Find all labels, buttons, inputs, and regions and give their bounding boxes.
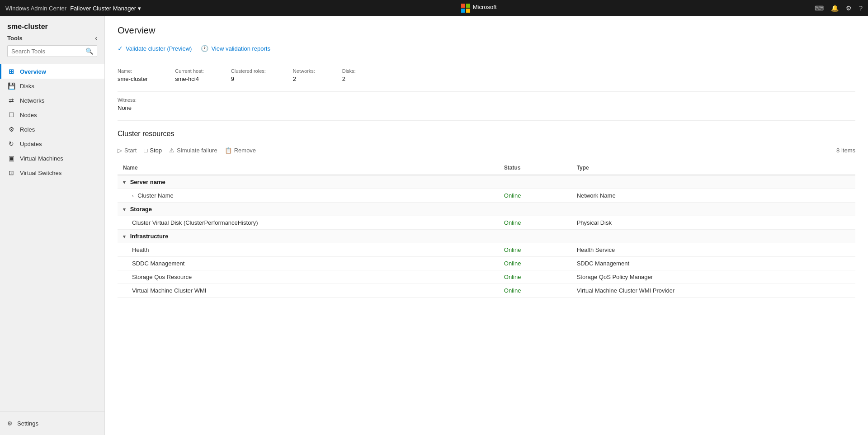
play-icon: ▷ xyxy=(118,147,122,154)
nav-items: ⊞ Overview 💾 Disks ⇄ Networks ☐ Nodes ⚙ … xyxy=(0,64,104,411)
sidebar: sme-cluster Tools ‹ 🔍 ⊞ Overview 💾 Disks… xyxy=(0,16,105,435)
group-storage[interactable]: ▾ Storage xyxy=(118,203,855,216)
info-name: Name: sme-cluster xyxy=(118,68,175,82)
sidebar-item-overview[interactable]: ⊞ Overview xyxy=(0,64,104,79)
table-row[interactable]: Cluster Virtual Disk (ClusterPerformance… xyxy=(118,216,855,230)
witness-value: None xyxy=(118,104,855,111)
sidebar-item-label: Nodes xyxy=(20,112,37,118)
group-server-name[interactable]: ▾ Server name xyxy=(118,175,855,189)
updates-icon: ↻ xyxy=(7,140,15,147)
col-type: Type xyxy=(571,161,855,175)
table-row[interactable]: Health Online Health Service xyxy=(118,243,855,257)
info-networks: Networks: 2 xyxy=(293,68,342,82)
table-row[interactable]: SDDC Management Online SDDC Management xyxy=(118,257,855,270)
sidebar-item-virtual-switches[interactable]: ⊡ Virtual Switches xyxy=(0,165,104,180)
type-cell: SDDC Management xyxy=(571,257,855,270)
collapse-storage-icon[interactable]: ▾ xyxy=(123,207,126,212)
terminal-icon[interactable]: ⌨ xyxy=(815,5,824,12)
ms-label: Microsoft xyxy=(473,4,497,13)
settings-icon[interactable]: ⚙ xyxy=(846,5,852,12)
sidebar-header: sme-cluster Tools ‹ 🔍 xyxy=(0,16,104,64)
tools-label: Tools ‹ xyxy=(7,34,97,42)
view-reports-button[interactable]: 🕐 View validation reports xyxy=(201,43,270,54)
help-icon[interactable]: ? xyxy=(859,5,863,12)
search-input[interactable] xyxy=(11,48,85,55)
validate-cluster-button[interactable]: ✓ Validate cluster (Preview) xyxy=(118,43,192,54)
type-cell: Storage QoS Policy Manager xyxy=(571,270,855,284)
info-roles: Clustered roles: 9 xyxy=(231,68,293,82)
sidebar-item-label: Virtual Machines xyxy=(20,155,63,162)
table-row[interactable]: Virtual Machine Cluster WMI Online Virtu… xyxy=(118,284,855,298)
info-grid: Name: sme-cluster Current host: sme-hci4… xyxy=(118,68,855,92)
cluster-name: sme-cluster xyxy=(7,23,97,31)
status-badge: Online xyxy=(504,246,521,253)
module-selector[interactable]: Failover Cluster Manager ▾ xyxy=(70,5,143,12)
disks-label: Disks: xyxy=(342,68,356,74)
resources-table: Name Status Type ▾ Server name › Cluster xyxy=(118,161,855,298)
checkmark-icon: ✓ xyxy=(118,45,123,52)
disks-icon: 💾 xyxy=(7,82,15,90)
status-badge: Online xyxy=(504,287,521,294)
roles-icon: ⚙ xyxy=(7,126,15,133)
sidebar-item-updates[interactable]: ↻ Updates xyxy=(0,137,104,151)
expand-cluster-name-icon[interactable]: › xyxy=(132,193,134,199)
info-disks: Disks: 2 xyxy=(342,68,383,82)
collapse-server-icon[interactable]: ▾ xyxy=(123,180,126,185)
simulate-button[interactable]: ⚠ Simulate failure xyxy=(169,145,217,156)
status-badge: Online xyxy=(504,274,521,280)
remove-button[interactable]: 📋 Remove xyxy=(225,145,256,156)
overview-icon: ⊞ xyxy=(7,68,15,75)
sidebar-item-roles[interactable]: ⚙ Roles xyxy=(0,122,104,137)
sidebar-item-networks[interactable]: ⇄ Networks xyxy=(0,93,104,108)
host-value: sme-hci4 xyxy=(175,76,204,82)
witness-label: Witness: xyxy=(118,97,855,103)
table-row[interactable]: › Cluster Name Online Network Name xyxy=(118,189,855,203)
info-host: Current host: sme-hci4 xyxy=(175,68,231,82)
col-name: Name xyxy=(118,161,499,175)
witness-row: Witness: None xyxy=(118,97,855,121)
page-title: Overview xyxy=(118,25,855,36)
item-count: 8 items xyxy=(836,147,855,154)
app-layout: sme-cluster Tools ‹ 🔍 ⊞ Overview 💾 Disks… xyxy=(0,16,868,435)
topbar-actions: ⌨ 🔔 ⚙ ? xyxy=(815,5,863,12)
host-label: Current host: xyxy=(175,68,204,74)
status-badge: Online xyxy=(504,219,521,226)
app-title: Windows Admin Center xyxy=(5,5,66,12)
type-cell: Network Name xyxy=(571,189,855,203)
settings-item[interactable]: ⚙ Settings xyxy=(7,417,97,430)
collapse-icon[interactable]: ‹ xyxy=(95,34,97,42)
collapse-infra-icon[interactable]: ▾ xyxy=(123,234,126,239)
search-box[interactable]: 🔍 xyxy=(7,45,97,57)
type-cell: Physical Disk xyxy=(571,216,855,230)
col-status: Status xyxy=(499,161,571,175)
module-chevron: ▾ xyxy=(138,5,141,12)
sidebar-item-nodes[interactable]: ☐ Nodes xyxy=(0,108,104,122)
sidebar-item-label: Overview xyxy=(20,68,46,75)
sidebar-item-label: Roles xyxy=(20,126,35,133)
sidebar-item-label: Virtual Switches xyxy=(20,170,61,176)
sidebar-item-label: Updates xyxy=(20,141,42,147)
disks-value: 2 xyxy=(342,76,356,82)
roles-value: 9 xyxy=(231,76,266,82)
status-badge: Online xyxy=(504,192,521,199)
networks-value: 2 xyxy=(293,76,315,82)
table-header: Name Status Type xyxy=(118,161,855,175)
sidebar-item-label: Disks xyxy=(20,83,34,90)
settings-icon: ⚙ xyxy=(7,420,13,427)
start-button[interactable]: ▷ Start xyxy=(118,145,137,156)
sidebar-footer: ⚙ Settings xyxy=(0,411,104,435)
warning-icon: ⚠ xyxy=(169,147,175,154)
resource-toolbar: ▷ Start □ Stop ⚠ Simulate failure 📋 Remo… xyxy=(118,145,855,156)
table-row[interactable]: Storage Qos Resource Online Storage QoS … xyxy=(118,270,855,284)
vm-icon: ▣ xyxy=(7,155,15,162)
clock-icon: 🕐 xyxy=(201,45,208,52)
group-infrastructure[interactable]: ▾ Infrastructure xyxy=(118,230,855,243)
search-icon: 🔍 xyxy=(85,47,93,55)
cluster-resources-title: Cluster resources xyxy=(118,130,855,138)
stop-button[interactable]: □ Stop xyxy=(144,145,162,156)
sidebar-item-virtual-machines[interactable]: ▣ Virtual Machines xyxy=(0,151,104,165)
nodes-icon: ☐ xyxy=(7,111,15,118)
sidebar-item-disks[interactable]: 💾 Disks xyxy=(0,79,104,93)
notifications-icon[interactable]: 🔔 xyxy=(831,5,839,12)
name-label: Name: xyxy=(118,68,148,74)
